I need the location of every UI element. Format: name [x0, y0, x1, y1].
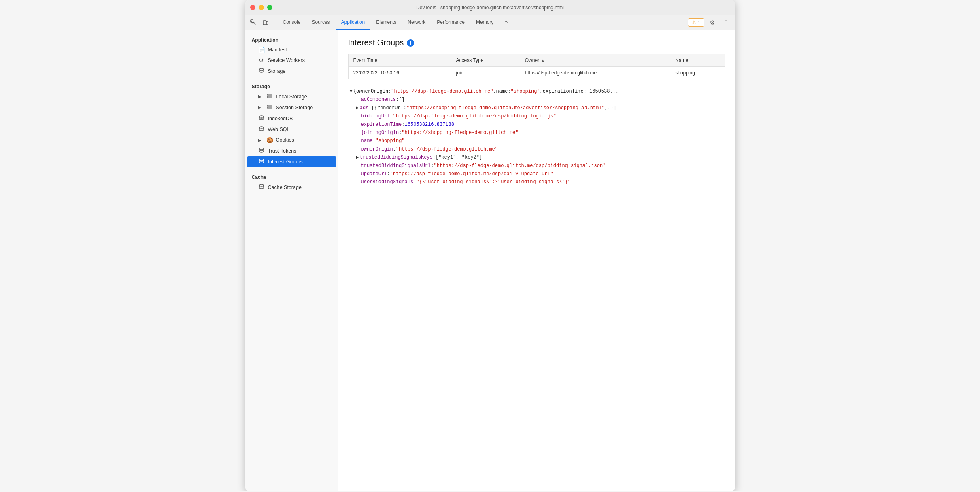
json-expand-icon[interactable]: ▼	[350, 87, 353, 95]
cell-access-type: join	[451, 67, 520, 79]
json-line-trustedbiddingsignalskeys[interactable]: ▶ trustedBiddingSignalsKeys : ["key1", "…	[355, 153, 725, 161]
sidebar-item-manifest[interactable]: 📄 Manifest	[247, 45, 336, 55]
svg-point-10	[259, 148, 264, 150]
cookies-icon: 🍪	[266, 137, 273, 143]
table-row[interactable]: 22/03/2022, 10:50:16 join https://dsp-fl…	[348, 67, 725, 79]
col-owner[interactable]: Owner ▲	[520, 54, 670, 67]
interest-groups-table: Event Time Access Type Owner ▲ Name	[348, 54, 725, 79]
json-line-ads[interactable]: ▶ ads : [{renderUrl: "https://shopping-f…	[355, 104, 725, 112]
json-line-updateurl: updateUrl : "https://dsp-fledge-demo.gli…	[355, 170, 725, 178]
svg-point-8	[259, 116, 264, 117]
json-expand-ads-icon[interactable]: ▶	[356, 104, 359, 112]
minimize-button[interactable]	[259, 5, 264, 10]
session-storage-icon	[266, 104, 273, 111]
sidebar-item-cache-storage[interactable]: Cache Storage	[247, 182, 336, 193]
sidebar-item-label: Web SQL	[268, 127, 290, 132]
devtools-window: DevTools - shopping-fledge-demo.glitch.m…	[245, 0, 735, 491]
tab-elements[interactable]: Elements	[370, 15, 402, 30]
tab-console[interactable]: Console	[277, 15, 306, 30]
expand-icon: ▶	[258, 94, 263, 99]
svg-rect-6	[267, 105, 272, 106]
sidebar-item-interest-groups[interactable]: Interest Groups	[247, 156, 336, 167]
tab-application[interactable]: Application	[336, 15, 371, 30]
sidebar-item-label: Cache Storage	[268, 184, 302, 190]
storage-app-icon	[258, 68, 265, 74]
info-icon[interactable]: i	[407, 39, 414, 47]
page-title: Interest Groups	[348, 38, 404, 47]
tab-network[interactable]: Network	[402, 15, 431, 30]
window-controls	[250, 5, 272, 10]
sidebar-section-cache: Cache	[245, 170, 338, 182]
sort-asc-icon: ▲	[541, 58, 545, 63]
interest-groups-icon	[258, 158, 265, 165]
tab-sources[interactable]: Sources	[306, 15, 336, 30]
col-event-time[interactable]: Event Time	[348, 54, 451, 67]
sidebar-item-web-sql[interactable]: Web SQL	[247, 124, 336, 135]
indexeddb-icon	[258, 115, 265, 122]
svg-point-12	[259, 184, 264, 186]
close-button[interactable]	[250, 5, 255, 10]
sidebar-item-label: Session Storage	[276, 105, 313, 110]
json-line-ownerorigin: ownerOrigin : "https://dsp-fledge-demo.g…	[355, 145, 725, 153]
content-area: Interest Groups i Event Time Access Type…	[338, 30, 735, 491]
tab-performance[interactable]: Performance	[431, 15, 470, 30]
warning-count: 1	[698, 20, 701, 25]
svg-rect-1	[263, 21, 266, 25]
json-body: adComponents : [] ▶ ads : [{renderUrl: "…	[355, 95, 725, 186]
sidebar-item-label: Interest Groups	[268, 159, 303, 165]
col-access-type[interactable]: Access Type	[451, 54, 520, 67]
sidebar-item-session-storage[interactable]: ▶ Session Storage	[247, 102, 336, 113]
local-storage-icon	[266, 93, 273, 100]
sidebar-item-label: Cookies	[276, 137, 294, 143]
table-body: 22/03/2022, 10:50:16 join https://dsp-fl…	[348, 67, 725, 79]
sidebar-section-application: Application	[245, 33, 338, 45]
expand-icon: ▶	[258, 138, 263, 142]
sidebar-item-label: Manifest	[268, 47, 287, 53]
titlebar: DevTools - shopping-fledge-demo.glitch.m…	[245, 0, 735, 15]
toolbar: Console Sources Application Elements Net…	[245, 15, 735, 30]
tab-memory[interactable]: Memory	[470, 15, 499, 30]
trust-tokens-icon	[258, 147, 265, 154]
sidebar-item-label: Local Storage	[276, 94, 307, 100]
svg-point-3	[259, 68, 264, 70]
titlebar-title: DevTools - shopping-fledge-demo.glitch.m…	[416, 5, 564, 11]
cell-owner: https://dsp-fledge-demo.glitch.me	[520, 67, 670, 79]
toolbar-right: ⚠ 1 ⚙ ⋮	[688, 17, 732, 28]
warning-badge[interactable]: ⚠ 1	[688, 18, 704, 27]
sidebar-item-label: Service Workers	[268, 57, 305, 63]
svg-rect-5	[267, 96, 272, 98]
expand-icon: ▶	[258, 105, 263, 110]
cache-storage-icon	[258, 184, 265, 191]
manifest-icon: 📄	[258, 47, 265, 53]
json-line-joiningorigin: joiningOrigin : "https://shopping-fledge…	[355, 129, 725, 137]
sidebar-item-service-workers[interactable]: ⚙ Service Workers	[247, 55, 336, 66]
sidebar-item-label: Storage	[268, 68, 286, 74]
interest-groups-heading: Interest Groups i	[348, 38, 725, 47]
json-line-adcomponents: adComponents : []	[355, 95, 725, 104]
json-line-expirationtime: expirationTime : 1650538216.837188	[355, 121, 725, 129]
toolbar-tabs: Console Sources Application Elements Net…	[277, 15, 514, 30]
json-root-line[interactable]: ▼ { ownerOrigin : "https://dsp-fledge-de…	[348, 87, 725, 95]
device-icon[interactable]	[261, 18, 270, 28]
json-line-name: name : "shopping"	[355, 137, 725, 145]
toolbar-icons	[249, 18, 274, 28]
sidebar-item-trust-tokens[interactable]: Trust Tokens	[247, 145, 336, 156]
sidebar-item-local-storage[interactable]: ▶ Local Storage	[247, 91, 336, 102]
tab-more[interactable]: »	[499, 15, 513, 30]
maximize-button[interactable]	[267, 5, 272, 10]
sidebar-item-label: Trust Tokens	[268, 148, 297, 154]
sidebar: Application 📄 Manifest ⚙ Service Workers…	[245, 30, 338, 491]
col-name[interactable]: Name	[670, 54, 725, 67]
svg-rect-2	[266, 21, 268, 25]
sidebar-item-indexeddb[interactable]: IndexedDB	[247, 113, 336, 124]
sidebar-item-cookies[interactable]: ▶ 🍪 Cookies	[247, 135, 336, 145]
settings-button[interactable]: ⚙	[707, 17, 718, 28]
web-sql-icon	[258, 126, 265, 133]
inspect-icon[interactable]	[249, 18, 258, 28]
cell-event-time: 22/03/2022, 10:50:16	[348, 67, 451, 79]
more-options-button[interactable]: ⋮	[721, 17, 732, 28]
json-expand-tbsk-icon[interactable]: ▶	[356, 153, 359, 161]
sidebar-section-storage: Storage	[245, 80, 338, 91]
svg-rect-7	[267, 107, 272, 108]
sidebar-item-storage-app[interactable]: Storage	[247, 66, 336, 76]
